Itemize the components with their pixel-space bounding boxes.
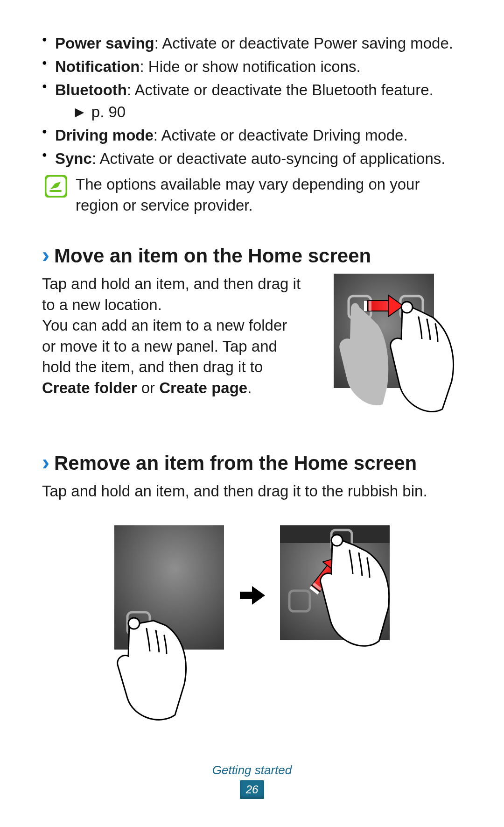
bullet-desc: : Activate or deactivate Power saving mo… — [154, 35, 453, 52]
remove-figures — [42, 525, 462, 721]
list-item: Notification: Hide or show notification … — [42, 56, 462, 78]
list-item: Bluetooth: Activate or deactivate the Bl… — [42, 79, 462, 122]
page-footer: Getting started 26 — [0, 763, 504, 799]
bullet-desc: : Activate or deactivate auto-syncing of… — [92, 150, 446, 167]
svg-rect-6 — [364, 301, 367, 311]
bullet-term: Sync — [55, 150, 92, 167]
move-text-line2a: You can add an item to a new folder or m… — [42, 317, 287, 375]
bullet-desc: : Activate or deactivate the Bluetooth f… — [127, 81, 434, 99]
remove-body: Tap and hold an item, and then drag it t… — [42, 481, 462, 502]
svg-point-22 — [331, 535, 343, 546]
note-icon — [45, 175, 67, 198]
bullet-list: Power saving: Activate or deactivate Pow… — [42, 33, 462, 170]
move-text-or: or — [137, 379, 160, 396]
move-text-end: . — [247, 379, 252, 396]
manual-page: Power saving: Activate or deactivate Pow… — [0, 0, 504, 827]
svg-point-11 — [128, 618, 140, 629]
remove-figure-before — [114, 525, 224, 721]
list-item: Driving mode: Activate or deactivate Dri… — [42, 125, 462, 146]
create-page-label: Create page — [159, 379, 247, 396]
move-text-line1: Tap and hold an item, and then drag it t… — [42, 275, 301, 313]
bullet-term: Power saving — [55, 35, 154, 52]
section-title: Move an item on the Home screen — [54, 245, 371, 267]
bullet-term: Driving mode — [55, 127, 154, 144]
move-body: Tap and hold an item, and then drag it t… — [42, 274, 303, 398]
page-reference: ► p. 90 — [55, 101, 126, 123]
list-item: Power saving: Activate or deactivate Pow… — [42, 33, 462, 54]
note-text: The options available may vary depending… — [76, 174, 462, 216]
section-heading-move: › Move an item on the Home screen — [42, 244, 462, 267]
note-callout: The options available may vary depending… — [42, 174, 462, 216]
chevron-icon: › — [42, 244, 49, 266]
page-number: 26 — [246, 783, 259, 796]
list-item: Sync: Activate or deactivate auto-syncin… — [42, 148, 462, 170]
move-figure — [317, 269, 462, 423]
footer-section-label: Getting started — [0, 763, 504, 778]
remove-figure-after — [280, 525, 390, 721]
bullet-term: Notification — [55, 58, 140, 75]
svg-rect-7 — [369, 301, 371, 311]
svg-rect-12 — [240, 592, 253, 599]
create-folder-label: Create folder — [42, 379, 137, 396]
arrow-right-icon — [238, 581, 266, 609]
bullet-term: Bluetooth — [55, 81, 127, 99]
section-title: Remove an item from the Home screen — [54, 452, 417, 474]
svg-point-8 — [401, 302, 413, 313]
svg-marker-13 — [252, 586, 265, 605]
chevron-icon: › — [42, 451, 49, 474]
bullet-desc: : Activate or deactivate Driving mode. — [154, 127, 408, 144]
bullet-desc: : Hide or show notification icons. — [140, 58, 360, 75]
move-content: Tap and hold an item, and then drag it t… — [42, 274, 462, 423]
section-heading-remove: › Remove an item from the Home screen — [42, 451, 462, 474]
page-number-badge: 26 — [240, 780, 264, 799]
